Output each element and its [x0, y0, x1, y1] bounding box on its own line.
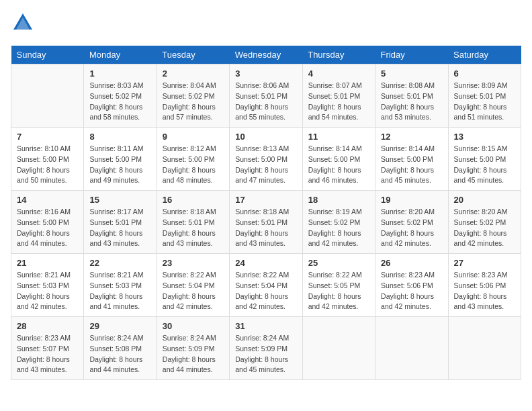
- calendar-cell: 19Sunrise: 8:20 AMSunset: 5:02 PMDayligh…: [375, 191, 448, 254]
- day-number: 4: [308, 68, 369, 79]
- header-saturday: Saturday: [448, 46, 521, 64]
- calendar-header-row: SundayMondayTuesdayWednesdayThursdayFrid…: [11, 46, 521, 64]
- day-number: 11: [308, 132, 369, 142]
- day-info: Sunrise: 8:03 AMSunset: 5:02 PMDaylight:…: [89, 81, 150, 123]
- day-info: Sunrise: 8:19 AMSunset: 5:02 PMDaylight:…: [308, 207, 369, 249]
- day-info: Sunrise: 8:23 AMSunset: 5:06 PMDaylight:…: [381, 270, 442, 312]
- day-info: Sunrise: 8:20 AMSunset: 5:02 PMDaylight:…: [381, 207, 442, 249]
- week-row-3: 14Sunrise: 8:16 AMSunset: 5:00 PMDayligh…: [11, 191, 521, 254]
- calendar-cell: 28Sunrise: 8:23 AMSunset: 5:07 PMDayligh…: [11, 317, 84, 380]
- day-info: Sunrise: 8:14 AMSunset: 5:00 PMDaylight:…: [308, 144, 369, 186]
- day-info: Sunrise: 8:14 AMSunset: 5:00 PMDaylight:…: [381, 144, 442, 186]
- calendar-cell: 3Sunrise: 8:06 AMSunset: 5:01 PMDaylight…: [230, 64, 302, 128]
- calendar-cell: 18Sunrise: 8:19 AMSunset: 5:02 PMDayligh…: [302, 191, 375, 254]
- day-number: 22: [89, 258, 150, 268]
- day-number: 3: [235, 68, 296, 79]
- calendar-cell: 4Sunrise: 8:07 AMSunset: 5:01 PMDaylight…: [302, 64, 375, 128]
- calendar-cell: 12Sunrise: 8:14 AMSunset: 5:00 PMDayligh…: [375, 128, 448, 191]
- day-number: 28: [17, 321, 78, 331]
- calendar-cell: 10Sunrise: 8:13 AMSunset: 5:00 PMDayligh…: [230, 128, 302, 191]
- calendar-cell: 15Sunrise: 8:17 AMSunset: 5:01 PMDayligh…: [84, 191, 157, 254]
- calendar-cell: 9Sunrise: 8:12 AMSunset: 5:00 PMDaylight…: [157, 128, 229, 191]
- calendar-cell: 24Sunrise: 8:22 AMSunset: 5:04 PMDayligh…: [230, 254, 302, 317]
- day-info: Sunrise: 8:15 AMSunset: 5:00 PMDaylight:…: [454, 144, 515, 186]
- calendar-cell: 16Sunrise: 8:18 AMSunset: 5:01 PMDayligh…: [157, 191, 229, 254]
- week-row-4: 21Sunrise: 8:21 AMSunset: 5:03 PMDayligh…: [11, 254, 521, 317]
- day-number: 20: [454, 195, 515, 205]
- day-number: 17: [235, 195, 296, 205]
- calendar-cell: 7Sunrise: 8:10 AMSunset: 5:00 PMDaylight…: [11, 128, 84, 191]
- calendar-cell: [375, 317, 448, 380]
- day-number: 15: [89, 195, 150, 205]
- day-number: 5: [381, 68, 442, 79]
- day-info: Sunrise: 8:22 AMSunset: 5:05 PMDaylight:…: [308, 270, 369, 312]
- calendar-cell: 21Sunrise: 8:21 AMSunset: 5:03 PMDayligh…: [11, 254, 84, 317]
- day-number: 30: [163, 321, 224, 331]
- day-info: Sunrise: 8:11 AMSunset: 5:00 PMDaylight:…: [89, 144, 150, 186]
- day-info: Sunrise: 8:04 AMSunset: 5:02 PMDaylight:…: [163, 81, 224, 123]
- header-wednesday: Wednesday: [230, 46, 302, 64]
- calendar-cell: 26Sunrise: 8:23 AMSunset: 5:06 PMDayligh…: [375, 254, 448, 317]
- calendar-cell: 1Sunrise: 8:03 AMSunset: 5:02 PMDaylight…: [84, 64, 157, 128]
- day-number: 26: [381, 258, 442, 268]
- day-info: Sunrise: 8:07 AMSunset: 5:01 PMDaylight:…: [308, 81, 369, 123]
- calendar-cell: 29Sunrise: 8:24 AMSunset: 5:08 PMDayligh…: [84, 317, 157, 380]
- day-number: 2: [163, 68, 224, 79]
- logo-icon: [11, 11, 35, 35]
- day-info: Sunrise: 8:22 AMSunset: 5:04 PMDaylight:…: [235, 270, 296, 312]
- calendar-cell: 27Sunrise: 8:23 AMSunset: 5:06 PMDayligh…: [448, 254, 521, 317]
- week-row-5: 28Sunrise: 8:23 AMSunset: 5:07 PMDayligh…: [11, 317, 521, 380]
- day-info: Sunrise: 8:22 AMSunset: 5:04 PMDaylight:…: [163, 270, 224, 312]
- day-info: Sunrise: 8:09 AMSunset: 5:01 PMDaylight:…: [454, 81, 515, 123]
- day-number: 16: [163, 195, 224, 205]
- calendar-cell: 5Sunrise: 8:08 AMSunset: 5:01 PMDaylight…: [375, 64, 448, 128]
- calendar-cell: 11Sunrise: 8:14 AMSunset: 5:00 PMDayligh…: [302, 128, 375, 191]
- logo: [11, 11, 35, 38]
- day-number: 14: [17, 195, 78, 205]
- day-number: 25: [308, 258, 369, 268]
- calendar-cell: 6Sunrise: 8:09 AMSunset: 5:01 PMDaylight…: [448, 64, 521, 128]
- calendar-table: SundayMondayTuesdayWednesdayThursdayFrid…: [11, 46, 521, 380]
- day-number: 9: [163, 132, 224, 142]
- day-info: Sunrise: 8:10 AMSunset: 5:00 PMDaylight:…: [17, 144, 78, 186]
- calendar-cell: 17Sunrise: 8:18 AMSunset: 5:01 PMDayligh…: [230, 191, 302, 254]
- day-number: 18: [308, 195, 369, 205]
- day-number: 6: [454, 68, 515, 79]
- day-info: Sunrise: 8:13 AMSunset: 5:00 PMDaylight:…: [235, 144, 296, 186]
- day-number: 13: [454, 132, 515, 142]
- calendar-cell: 22Sunrise: 8:21 AMSunset: 5:03 PMDayligh…: [84, 254, 157, 317]
- calendar-cell: 30Sunrise: 8:24 AMSunset: 5:09 PMDayligh…: [157, 317, 229, 380]
- day-info: Sunrise: 8:12 AMSunset: 5:00 PMDaylight:…: [163, 144, 224, 186]
- day-info: Sunrise: 8:24 AMSunset: 5:08 PMDaylight:…: [89, 333, 150, 375]
- day-info: Sunrise: 8:24 AMSunset: 5:09 PMDaylight:…: [163, 333, 224, 375]
- day-info: Sunrise: 8:24 AMSunset: 5:09 PMDaylight:…: [235, 333, 296, 375]
- day-info: Sunrise: 8:21 AMSunset: 5:03 PMDaylight:…: [17, 270, 78, 312]
- day-info: Sunrise: 8:16 AMSunset: 5:00 PMDaylight:…: [17, 207, 78, 249]
- day-number: 12: [381, 132, 442, 142]
- day-info: Sunrise: 8:06 AMSunset: 5:01 PMDaylight:…: [235, 81, 296, 123]
- day-number: 7: [17, 132, 78, 142]
- day-number: 23: [163, 258, 224, 268]
- day-number: 1: [89, 68, 150, 79]
- calendar-cell: [11, 64, 84, 128]
- header-sunday: Sunday: [11, 46, 84, 64]
- header-thursday: Thursday: [302, 46, 375, 64]
- day-number: 8: [89, 132, 150, 142]
- calendar-cell: 13Sunrise: 8:15 AMSunset: 5:00 PMDayligh…: [448, 128, 521, 191]
- day-info: Sunrise: 8:18 AMSunset: 5:01 PMDaylight:…: [163, 207, 224, 249]
- header-tuesday: Tuesday: [157, 46, 229, 64]
- day-number: 24: [235, 258, 296, 268]
- week-row-2: 7Sunrise: 8:10 AMSunset: 5:00 PMDaylight…: [11, 128, 521, 191]
- day-number: 21: [17, 258, 78, 268]
- header-friday: Friday: [375, 46, 448, 64]
- calendar-cell: 23Sunrise: 8:22 AMSunset: 5:04 PMDayligh…: [157, 254, 229, 317]
- calendar-cell: 20Sunrise: 8:20 AMSunset: 5:02 PMDayligh…: [448, 191, 521, 254]
- calendar-cell: 31Sunrise: 8:24 AMSunset: 5:09 PMDayligh…: [230, 317, 302, 380]
- day-info: Sunrise: 8:20 AMSunset: 5:02 PMDaylight:…: [454, 207, 515, 249]
- day-number: 29: [89, 321, 150, 331]
- day-info: Sunrise: 8:18 AMSunset: 5:01 PMDaylight:…: [235, 207, 296, 249]
- day-number: 31: [235, 321, 296, 331]
- calendar-cell: 2Sunrise: 8:04 AMSunset: 5:02 PMDaylight…: [157, 64, 229, 128]
- page-header: [11, 11, 521, 38]
- header-monday: Monday: [84, 46, 157, 64]
